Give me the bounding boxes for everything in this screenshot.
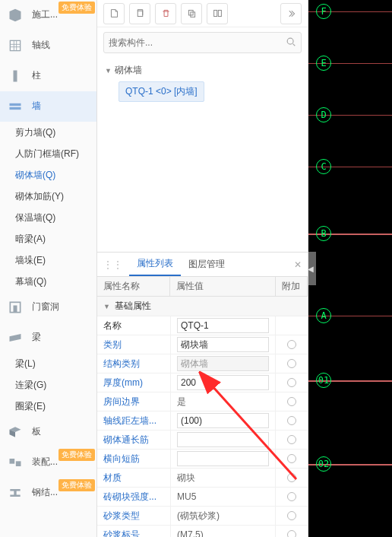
property-name[interactable]: 砌体通长筋 [97,431,170,449]
sidebar-item-gangjie[interactable]: 钢结...免费体验 [0,478,96,508]
property-extra[interactable] [276,469,308,487]
property-extra[interactable] [276,507,308,525]
sidebar-subitem[interactable]: 幕墙(Q) [0,271,96,292]
property-value [170,335,276,354]
axis-marker[interactable]: C [316,159,331,174]
property-name[interactable]: 砂浆类型 [97,507,170,525]
property-value [170,431,276,449]
sidebar-subitem[interactable]: 砌体加筋(Y) [0,186,96,207]
free-trial-badge: 免费体验 [58,479,95,491]
tree-group[interactable]: ▼ 砌体墙 [105,64,300,77]
property-name[interactable]: 横向短筋 [97,450,170,468]
more-button[interactable] [280,3,302,24]
property-name[interactable]: 结构类别 [97,354,170,373]
sidebar-item-menchuangdong[interactable]: 门窗洞 [0,292,96,323]
collapse-button[interactable]: ◀ [308,252,316,285]
property-name[interactable]: 砖砌块强度... [97,488,170,506]
sidebar-item-shigong[interactable]: 施工...免费体验 [0,0,96,30]
sidebar-subitem[interactable]: 墙垛(E) [0,249,96,271]
axis-marker[interactable]: F [316,4,331,19]
category-icon [6,484,24,502]
copy-button[interactable] [129,3,150,24]
sidebar-item-label: 墙 [32,100,41,113]
property-value[interactable]: (M7.5) [170,526,276,537]
property-name[interactable]: 房间边界 [97,392,170,411]
property-extra[interactable] [276,431,308,449]
property-extra[interactable] [276,488,308,506]
sidebar-subitem[interactable]: 砌体墙(Q) [0,164,96,186]
property-value-input[interactable] [177,318,269,333]
sidebar-item-zhu[interactable]: 柱 [0,61,96,91]
property-value [170,450,276,468]
property-extra[interactable] [276,373,308,392]
property-name[interactable]: 材质 [97,469,170,487]
property-value[interactable]: 是 [170,392,276,411]
radio-icon [287,454,296,463]
property-extra[interactable] [276,411,308,430]
sidebar-subitem[interactable]: 梁(L) [0,353,96,374]
category-icon [6,97,24,116]
sidebar-item-zhuangpei[interactable]: 装配...免费体验 [0,447,96,478]
search-input[interactable] [109,37,286,48]
property-value-input[interactable] [177,413,269,428]
sidebar-item-liang[interactable]: 梁 [0,323,96,353]
sidebar-subitem[interactable]: 人防门框墙(RF) [0,143,96,164]
close-icon[interactable]: ✕ [294,259,302,270]
svg-rect-8 [138,11,143,16]
layout-button[interactable] [207,3,228,24]
property-value-input[interactable] [177,451,269,466]
property-value[interactable]: (砌筑砂浆) [170,507,276,525]
sidebar-subitem[interactable]: 暗梁(A) [0,228,96,249]
sidebar-subitem[interactable]: 剪力墙(Q) [0,122,96,143]
axis-marker[interactable]: 02 [316,456,331,472]
property-value[interactable]: 砌块 [170,469,276,487]
sidebar-item-ban[interactable]: 板 [0,417,96,447]
radio-icon [287,473,296,482]
tab-layers[interactable]: 图层管理 [181,253,232,276]
sidebar-subitem[interactable]: 连梁(G) [0,374,96,396]
sidebar-item-qiang[interactable]: 墙 [0,91,96,122]
property-name[interactable]: 砂浆标号 [97,526,170,537]
property-value-input[interactable] [177,337,269,352]
property-row: 房间边界是 [97,392,308,411]
header-value: 属性值 [170,277,276,296]
free-trial-badge: 免费体验 [58,449,95,461]
property-value-input[interactable] [177,432,269,447]
property-name[interactable]: 轴线距左墙... [97,411,170,430]
property-row: 厚度(mm) [97,373,308,392]
tab-properties[interactable]: 属性列表 [129,253,181,276]
sidebar-item-label: 装配... [32,456,58,469]
canvas[interactable]: ◀ FEDCBA0102 [308,0,392,537]
sidebar-item-label: 施工... [32,8,58,21]
sidebar-subitem[interactable]: 圈梁(E) [0,396,96,417]
property-name[interactable]: 类别 [97,335,170,354]
delete-button[interactable] [155,3,176,24]
toolbar [97,0,308,27]
drag-handle-icon[interactable]: ⋮⋮ [103,259,123,270]
property-value-input[interactable] [177,375,269,390]
sidebar-subitem[interactable]: 保温墙(Q) [0,207,96,228]
property-extra[interactable] [276,526,308,537]
search-box[interactable] [103,32,302,53]
property-value[interactable]: MU5 [170,488,276,506]
property-name[interactable]: 厚度(mm) [97,373,170,392]
new-button[interactable] [103,3,125,24]
axis-marker[interactable]: E [316,56,331,71]
axis-marker[interactable]: D [316,107,331,122]
property-extra[interactable] [276,354,308,373]
property-value-text: 砌块 [177,472,195,485]
sidebar-item-zhouxian[interactable]: 轴线 [0,30,96,61]
duplicate-button[interactable] [181,3,202,24]
prop-group[interactable]: ▼ 基础属性 [97,297,308,316]
property-extra[interactable] [276,450,308,468]
property-extra[interactable] [276,392,308,411]
radio-icon [287,492,296,501]
sidebar-item-label: 门窗洞 [32,300,59,313]
axis-marker[interactable]: B [316,226,331,241]
axis-marker[interactable]: 01 [316,373,331,388]
property-row: 砂浆标号(M7.5) [97,526,308,537]
header-name: 属性名称 [97,277,170,296]
tree-leaf-selected[interactable]: QTQ-1 <0> [内墙] [119,81,204,102]
property-extra[interactable] [276,335,308,354]
axis-marker[interactable]: A [316,308,331,323]
